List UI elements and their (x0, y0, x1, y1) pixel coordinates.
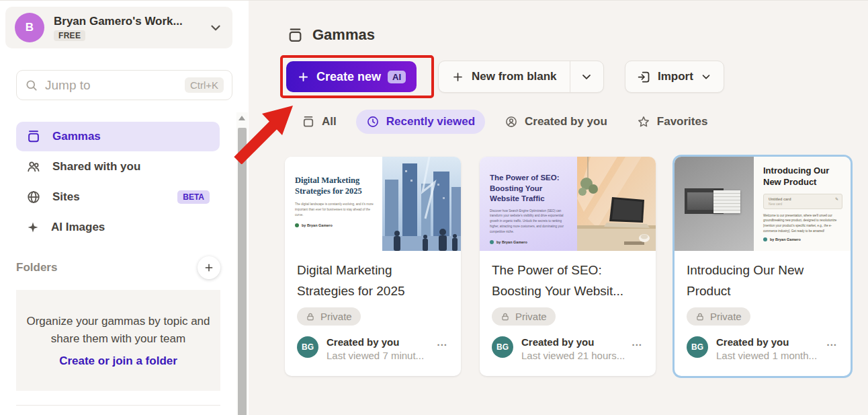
sidebar-item-ai-images[interactable]: AI Images (16, 213, 220, 242)
plan-badge: FREE (54, 30, 85, 41)
last-viewed-label: Last viewed 1 month... (716, 350, 817, 361)
lock-icon (501, 312, 510, 322)
plus-icon (451, 71, 464, 83)
workspace-meta: Bryan Gamero's Work... FREE (54, 15, 208, 41)
thumbnail-text-panel: The Power of SEO: Boosting Your Website … (480, 157, 577, 251)
card-footer: BG Created by you Last viewed 21 hours..… (492, 336, 644, 361)
filter-label: All (322, 115, 337, 128)
filter-label: Favorites (657, 115, 708, 128)
scrollbar-up-arrow[interactable] (238, 116, 245, 120)
card-footer: BG Created by you Last viewed 7 minut...… (297, 336, 449, 361)
sidebar-item-gammas[interactable]: Gammas (16, 122, 220, 151)
search-shortcut: Ctrl+K (185, 77, 224, 93)
sidebar-item-label: AI Images (51, 221, 105, 234)
deck-icon (287, 27, 304, 44)
filter-label: Recently viewed (386, 115, 475, 128)
import-label: Import (658, 70, 693, 83)
folders-header: Folders (16, 256, 220, 279)
new-from-blank-dropdown[interactable] (570, 61, 603, 92)
creator-avatar: BG (687, 336, 708, 358)
lock-icon (306, 312, 315, 322)
byline-text: by Bryan Gamero (496, 240, 527, 244)
card-title: Digital Marketing Strategies for 2025 (297, 260, 449, 301)
author-avatar-dot (763, 237, 767, 241)
import-button[interactable]: Import (625, 61, 724, 93)
card-thumbnail[interactable]: Digital Marketing Strategies for 2025 Th… (285, 157, 461, 251)
chevron-down-icon (700, 71, 712, 83)
gamma-card-new-product[interactable]: Introducing Our New Product Untitled car… (675, 157, 851, 376)
folders-empty-state: Organize your gammas by topic and share … (16, 290, 220, 391)
thumbnail-subtitle: Discover how Search Engine Optimization … (490, 209, 571, 235)
search-icon (25, 79, 38, 92)
sidebar-scrollbar[interactable] (236, 112, 248, 415)
card-menu-button[interactable]: ... (435, 336, 449, 348)
thumbnail-title: Introducing Our New Product (763, 165, 842, 188)
gamma-card-seo[interactable]: The Power of SEO: Boosting Your Website … (480, 157, 656, 376)
workspace-switcher[interactable]: B Bryan Gamero's Work... FREE (5, 7, 232, 48)
sidebar-item-shared[interactable]: Shared with you (16, 152, 220, 182)
privacy-badge: Private (297, 307, 361, 326)
filter-label: Created by you (525, 115, 607, 128)
globe-icon (26, 190, 41, 204)
privacy-label: Private (320, 311, 352, 322)
last-viewed-label: Last viewed 21 hours... (521, 350, 622, 361)
thumbnail-body-text: Welcome to our presentation, where we'll… (763, 213, 842, 234)
byline-text: by Bryan Gamero (302, 223, 333, 227)
thumbnail-byline: by Bryan Gamero (295, 223, 376, 227)
new-from-blank-split-button: New from blank (438, 61, 604, 93)
import-icon (637, 70, 651, 84)
card-body: The Power of SEO: Boosting Your Websit..… (480, 251, 656, 361)
beta-badge: BETA (177, 190, 210, 204)
sidebar-item-sites[interactable]: Sites BETA (16, 182, 220, 212)
main-content: Gammas Create new AI New from blank Impo… (249, 1, 868, 415)
creator-label: Created by you (327, 336, 427, 348)
folders-title: Folders (16, 261, 57, 274)
page-title: Gammas (312, 26, 375, 44)
desk-photo-illustration (577, 157, 656, 251)
workspace-avatar: B (15, 13, 44, 42)
create-folder-link[interactable]: Create or join a folder (59, 354, 177, 368)
workspace-name: Bryan Gamero's Work... (54, 15, 208, 28)
page-header: Gammas (287, 26, 375, 44)
search-input[interactable]: Jump to Ctrl+K (16, 70, 232, 100)
city-illustration (382, 157, 461, 251)
privacy-badge: Private (492, 307, 556, 326)
placeholder-title: Untitled card (769, 197, 837, 201)
thumbnail-byline: by Bryan Gamero (763, 237, 842, 241)
filter-favorites[interactable]: Favorites (627, 110, 718, 134)
deck-icon (26, 129, 41, 144)
privacy-label: Private (515, 311, 547, 322)
thumbnail-title: The Power of SEO: Boosting Your Website … (490, 173, 571, 204)
thumbnail-byline: by Bryan Gamero (490, 240, 571, 244)
card-menu-button[interactable]: ... (825, 336, 838, 348)
card-thumbnail[interactable]: The Power of SEO: Boosting Your Website … (480, 157, 656, 251)
filter-all[interactable]: All (292, 110, 347, 134)
card-body: Digital Marketing Strategies for 2025 Pr… (285, 251, 461, 361)
card-title: Introducing Our New Product (687, 260, 838, 301)
deck-icon (302, 115, 315, 128)
new-from-blank-label: New from blank (472, 70, 557, 83)
scrollbar-thumb[interactable] (238, 128, 247, 415)
edit-pencil-icon: ✎ (835, 196, 838, 201)
card-menu-button[interactable]: ... (630, 336, 644, 348)
sidebar-nav: Gammas Shared with you Sites BETA AI Ima… (16, 122, 220, 243)
chevron-down-icon (208, 20, 223, 35)
filter-created-by-you[interactable]: Created by you (494, 110, 617, 134)
gamma-card-digital-marketing[interactable]: Digital Marketing Strategies for 2025 Th… (285, 157, 461, 376)
sparkle-icon (26, 221, 40, 234)
gamma-card-grid: Digital Marketing Strategies for 2025 Th… (285, 157, 851, 376)
new-from-blank-button[interactable]: New from blank (439, 61, 570, 92)
brochure-illustration (675, 157, 754, 251)
people-icon (26, 159, 41, 174)
sidebar: B Bryan Gamero's Work... FREE Jump to Ct… (0, 1, 249, 415)
privacy-label: Private (710, 311, 742, 322)
person-circle-icon (505, 115, 518, 128)
brochure-page (713, 190, 740, 213)
sidebar-item-label: Shared with you (52, 160, 140, 174)
last-viewed-label: Last viewed 7 minut... (327, 350, 427, 361)
add-folder-button[interactable] (198, 256, 220, 279)
card-thumbnail[interactable]: Introducing Our New Product Untitled car… (675, 157, 851, 251)
author-avatar-dot (295, 223, 299, 227)
create-new-button[interactable]: Create new AI (286, 61, 417, 92)
filter-recently-viewed[interactable]: Recently viewed (356, 110, 485, 134)
